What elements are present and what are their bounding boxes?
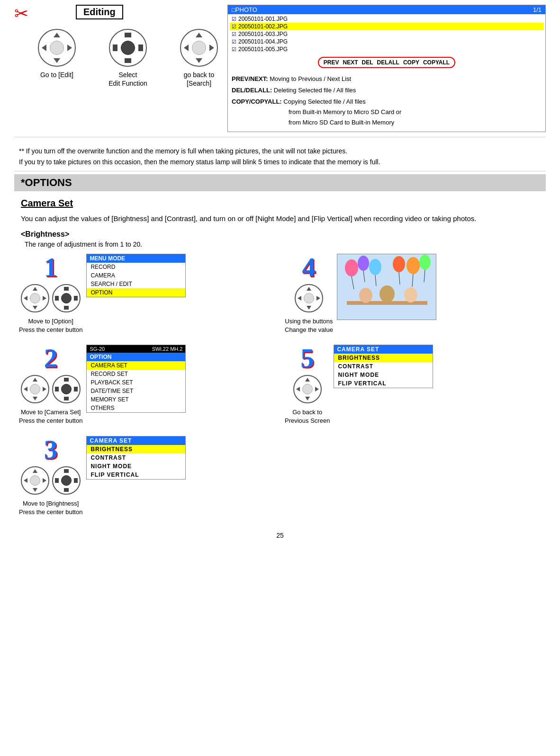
- scissors-icon: ✂: [14, 4, 28, 24]
- key-desc-copy-2: from Built-in Memory to Micro SD Card or: [289, 108, 401, 116]
- dpad-item-go-back: go back to[Search]: [171, 29, 227, 88]
- dpad-row: Go to [Edit] SelectEdit Function: [28, 29, 227, 88]
- steps-container: 1: [14, 254, 546, 522]
- right-panel: □PHOTO 1/1 ☑20050101-001.JPG ☑20050101-0…: [227, 5, 546, 132]
- key-row-1: PREV/NEXT: Moving to Previous / Next Lis…: [232, 74, 542, 84]
- file-icon-1: ☑: [232, 16, 236, 22]
- step-3-dpad-1: [21, 466, 49, 495]
- key-label-copy: COPY/COPYALL:: [232, 98, 283, 105]
- step-5-screen-header: CAMERA SET: [334, 345, 433, 354]
- dpad-select-edit: [109, 29, 147, 67]
- dpad-right-1: [67, 44, 72, 51]
- step-3-dpad-2: [52, 466, 81, 495]
- step-1-dpad-left-2: [55, 296, 59, 301]
- file-item-2: ☑20050101-002.JPG: [230, 23, 543, 30]
- step-1-dpad-right: [43, 296, 46, 301]
- step-3-block: 3: [19, 436, 275, 516]
- step-2-item-playback: PLAYBACK SET: [87, 378, 185, 387]
- file-icon-5: ☑: [232, 46, 236, 53]
- step-1-block: 1: [19, 254, 275, 334]
- step-5-dpad-right: [315, 387, 319, 391]
- step-5-dpad-up: [305, 378, 310, 382]
- step-1-dpad-circle-2: [52, 284, 81, 312]
- step-1-dpad-2: [52, 284, 81, 312]
- step-4-photo-thumb: [337, 254, 436, 320]
- step-3-item-contrast: CONTRAST: [87, 454, 185, 462]
- dpad-go-back: [180, 29, 218, 67]
- step-4-number: 4: [297, 254, 321, 281]
- step-3-item-brightness: BRIGHTNESS: [87, 445, 185, 454]
- step-2-dpad-left: [24, 387, 27, 391]
- dpad-down-1: [54, 58, 60, 63]
- page-number: 25: [14, 532, 546, 539]
- svg-point-6: [393, 256, 405, 272]
- dpad-item-select-edit: SelectEdit Function: [99, 29, 156, 88]
- step-4-dpad-up: [307, 287, 311, 291]
- step-3-dpad-circle-2: [52, 466, 81, 495]
- file-item-4: ☑20050101-004.JPG: [230, 38, 543, 45]
- step-3-dpad-down: [33, 488, 37, 492]
- dpad-left-2: [113, 44, 117, 51]
- step-1-dpad-down-2: [64, 306, 69, 310]
- dpad-down-3: [196, 58, 202, 63]
- step-4-label: Using the buttonsChange the value: [285, 317, 333, 334]
- svg-point-16: [379, 285, 395, 302]
- step-1-dpad-up-2: [64, 287, 69, 291]
- sg20-header: SG-20 SWi.22 MH.2: [87, 345, 185, 353]
- btn-delall: DELALL: [377, 59, 399, 66]
- file-item-1: ☑20050101-001.JPG: [230, 15, 543, 23]
- top-section: Editing Go to [Edit]: [14, 5, 546, 137]
- file-item-3: ☑20050101-003.JPG: [230, 30, 543, 38]
- dpad-goto-edit: [38, 29, 76, 67]
- steps-right-col: 4 Using the buttonsCha: [285, 254, 541, 522]
- key-label-del: DEL/DELALL:: [232, 87, 274, 94]
- step-1-screen-items: RECORD CAMERA SEARCH / EDIT OPTION: [87, 263, 185, 297]
- file-list-header-right: 1/1: [533, 6, 542, 13]
- step-5-item-brightness: BRIGHTNESS: [334, 354, 433, 362]
- step-5-dpads: [293, 375, 322, 403]
- key-desc-copy-3: from Micro SD Card to Built-in Memory: [289, 119, 394, 126]
- step-4-dpad-right: [316, 296, 320, 301]
- step-5-dpad-1: [293, 375, 322, 403]
- svg-point-14: [359, 288, 372, 303]
- step-5-dpad-left: [296, 387, 300, 391]
- step-2-item-record-set: RECORD SET: [87, 370, 185, 378]
- step-5-screen: CAMERA SET BRIGHTNESS CONTRAST NIGHT MOD…: [334, 345, 433, 388]
- step-1-label: Move to [Option]Press the center button: [19, 317, 82, 334]
- step-2-dpad-down-2: [64, 397, 69, 400]
- step-2-dpad-down: [33, 397, 37, 400]
- file-list-header-left: □PHOTO: [232, 6, 257, 13]
- step-3-dpad-up: [33, 469, 37, 473]
- step-2-screen-items: CAMERA SET RECORD SET PLAYBACK SET DATE/…: [87, 361, 185, 412]
- step-3-left: 3: [19, 436, 82, 516]
- step-5-dpad-circle-1: [293, 375, 322, 403]
- party-svg: [337, 254, 436, 320]
- step-1-dpad-up: [33, 287, 37, 291]
- dpad-up-3: [196, 33, 202, 37]
- step-2-dpad-up-2: [64, 378, 69, 382]
- step-4-dpad-down: [307, 306, 311, 310]
- step-5-screen-items: BRIGHTNESS CONTRAST NIGHT MODE FLIP VERT…: [334, 354, 433, 388]
- step-4-dpad-circle-1: [295, 284, 323, 312]
- camera-set-desc: You can adjust the values of [Brightness…: [14, 213, 546, 224]
- step-2-screen-header: OPTION: [87, 353, 185, 361]
- btn-prev: PREV: [324, 59, 339, 66]
- sg20-label: SG-20: [90, 346, 105, 352]
- file-item-5: ☑20050101-005.JPG: [230, 45, 543, 53]
- dpad-down-2: [125, 58, 131, 63]
- options-heading: *OPTIONS: [14, 174, 546, 191]
- key-label-prev-next: PREV/NEXT:: [232, 75, 270, 82]
- step-1-item-record: RECORD: [87, 263, 185, 271]
- step-2-item-others: OTHERS: [87, 404, 185, 412]
- step-3-number: 3: [39, 436, 63, 463]
- options-section: *OPTIONS: [14, 174, 546, 191]
- step-5-item-contrast: CONTRAST: [334, 362, 433, 371]
- dpad-left-1: [42, 44, 46, 51]
- dpad-item-goto-edit: Go to [Edit]: [28, 29, 85, 88]
- file-icon-2: ☑: [232, 24, 236, 30]
- step-2-item-memory: MEMORY SET: [87, 395, 185, 404]
- step-3-dpad-down-2: [64, 488, 69, 492]
- step-3-dpads: [21, 466, 81, 495]
- file-icon-4: ☑: [232, 39, 236, 45]
- step-3-dpad-left: [24, 478, 27, 483]
